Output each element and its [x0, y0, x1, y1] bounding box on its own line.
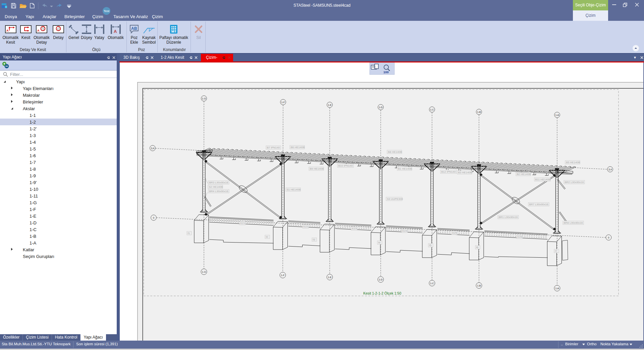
svg-text:f5: f5 — [429, 244, 432, 247]
svg-text:f1: f1 — [188, 232, 190, 235]
svg-text:f3: f3 — [313, 238, 315, 241]
svg-text:BR4 L90x90x16: BR4 L90x90x16 — [209, 190, 228, 193]
svg-text:1-F: 1-F — [281, 273, 285, 276]
svg-text:f2: f2 — [266, 235, 268, 238]
svg-text:E22: E22 — [304, 225, 309, 228]
svg-text:A: A — [114, 29, 117, 34]
svg-text:B7 IPN140: B7 IPN140 — [267, 146, 280, 149]
svg-text:A: A — [6, 29, 9, 32]
svg-text:BR3 L90x90x16: BR3 L90x90x16 — [209, 181, 228, 184]
svg-text:1-D: 1-D — [379, 105, 383, 108]
svg-text:1-D: 1-D — [379, 278, 383, 281]
svg-text:B2 HE140B: B2 HE140B — [517, 173, 531, 176]
svg-text:B11 HE140B: B11 HE140B — [535, 178, 551, 181]
svg-text:E23: E23 — [352, 227, 357, 230]
svg-text:B8 HE140B: B8 HE140B — [388, 150, 402, 154]
svg-text:B9 HE140B: B9 HE140B — [310, 167, 324, 170]
svg-text:1-A: 1-A — [555, 113, 559, 116]
svg-text:1-G: 1-G — [202, 97, 206, 100]
svg-text:E26: E26 — [518, 235, 523, 238]
svg-text:1-B: 1-B — [477, 284, 481, 287]
svg-text:f4: f4 — [378, 241, 381, 244]
svg-text:0: 0 — [608, 236, 609, 239]
svg-text:1-E: 1-E — [328, 275, 331, 278]
svg-text:S3 UUPE300: S3 UUPE300 — [387, 198, 403, 201]
svg-text:B12 IPN140: B12 IPN140 — [441, 170, 456, 173]
svg-text:100: 100 — [383, 70, 389, 74]
svg-text:S1 HE140B: S1 HE140B — [287, 188, 301, 191]
svg-text:0: 0 — [153, 216, 154, 219]
svg-text:1-G: 1-G — [202, 270, 206, 273]
svg-text:f6: f6 — [476, 246, 479, 249]
svg-text:BR7 L90x90x16: BR7 L90x90x16 — [529, 203, 548, 206]
svg-text:AB: AB — [131, 26, 137, 31]
svg-text:BR8 L90x90x16: BR8 L90x90x16 — [564, 221, 583, 224]
svg-text:Kesit 1-2-1-2 Ölçek 1:50: Kesit 1-2-1-2 Ölçek 1:50 — [363, 291, 401, 295]
svg-text:B1 HE140B: B1 HE140B — [398, 167, 412, 170]
svg-text:1-A: 1-A — [555, 287, 559, 290]
svg-text:3,4: 3,4 — [151, 146, 154, 149]
svg-text:S2 HE140B: S2 HE140B — [209, 185, 223, 188]
svg-text:1-C: 1-C — [430, 108, 434, 111]
svg-text:E24: E24 — [402, 229, 408, 232]
svg-text:f7: f7 — [555, 250, 557, 253]
svg-text:1-C: 1-C — [430, 281, 434, 285]
svg-text:BR1 L90x90x16: BR1 L90x90x16 — [499, 216, 518, 219]
svg-text:A: A — [37, 29, 40, 32]
svg-text:B6 HE140B: B6 HE140B — [291, 146, 305, 149]
svg-text:B5 HE140B: B5 HE140B — [566, 161, 580, 164]
svg-text:1-F: 1-F — [281, 100, 285, 103]
svg-text:3,4: 3,4 — [608, 168, 612, 171]
svg-text:E21: E21 — [240, 222, 246, 225]
svg-text:E25: E25 — [452, 231, 458, 234]
svg-text:1-B: 1-B — [477, 110, 481, 113]
svg-text:BR2 L90x90x16: BR2 L90x90x16 — [565, 181, 584, 184]
svg-text:B10 IPN140: B10 IPN140 — [338, 164, 353, 167]
svg-text:B3 HE140B: B3 HE140B — [458, 171, 472, 174]
svg-text:1-E: 1-E — [328, 103, 331, 106]
